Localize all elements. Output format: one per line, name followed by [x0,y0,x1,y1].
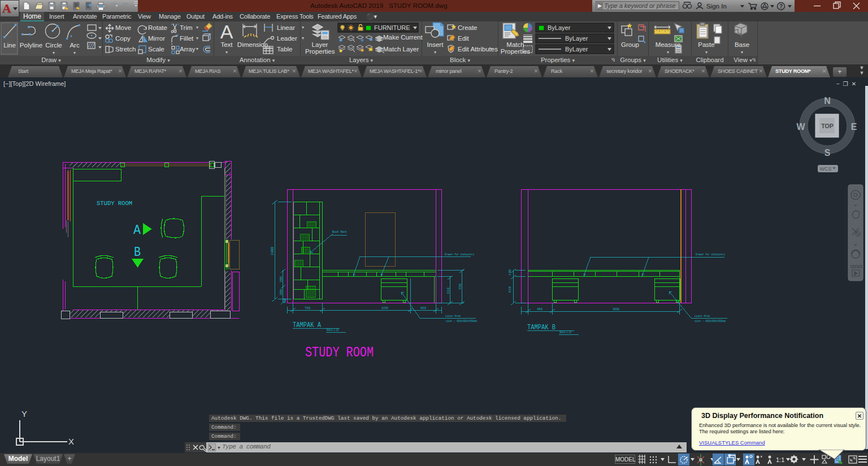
svg-text:ByLayer: ByLayer [565,46,588,53]
svg-text:1:1: 1:1 [776,456,784,463]
svg-text:ByLayer: ByLayer [565,35,588,42]
svg-text:ByLayer: ByLayer [548,24,571,31]
svg-text:Sign In: Sign In [706,3,727,10]
svg-text:FURNITURE: FURNITURE [374,24,410,31]
svg-text:?: ? [779,3,783,10]
